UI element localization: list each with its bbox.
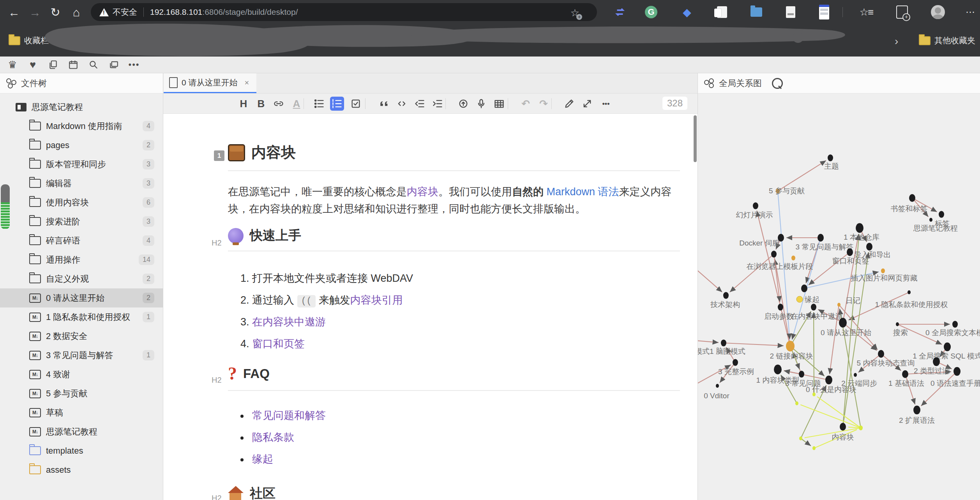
graph-node-0 语法速查手册[interactable]: [954, 367, 961, 376]
back-icon[interactable]: ←: [7, 5, 21, 19]
graph-node-2 云端同步[interactable]: [854, 373, 857, 377]
home-icon[interactable]: ⌂: [69, 5, 83, 19]
editor-content[interactable]: 1 内容块 在思源笔记中，唯一重要的核心概念是内容块。我们可以使用自然的 Mar…: [163, 114, 697, 500]
notes-extension-icon[interactable]: [817, 5, 832, 19]
graph-node-1 本地仓库[interactable]: [856, 223, 863, 233]
graph-node-导入和导出[interactable]: [866, 243, 872, 251]
link-icon[interactable]: [272, 97, 286, 111]
graph-node-5 内容块动态查询[interactable]: [878, 350, 884, 358]
other-favorites[interactable]: 其他收藏夹: [919, 35, 975, 46]
tree-item-2 数据安全[interactable]: M↓2 数据安全: [0, 327, 163, 346]
fullscreen-icon[interactable]: [580, 97, 594, 111]
address-bar[interactable]: 不安全 192.168.8.101:6806/stage/build/deskt…: [91, 3, 597, 21]
graph-node-书签和标签[interactable]: [909, 194, 915, 202]
editor-scrollbar[interactable]: [694, 115, 697, 162]
graph-node-0 请从这里开始[interactable]: [839, 318, 847, 328]
graph-node-1 基础语法[interactable]: [902, 370, 908, 378]
tree-item-assets[interactable]: assets: [0, 460, 163, 479]
collections-icon[interactable]: [895, 5, 909, 19]
tree-item-使用内容块[interactable]: 使用内容块6: [0, 193, 163, 212]
bookmark-add-icon[interactable]: ☆+: [570, 7, 585, 19]
tree-item-Markdown 使用指南[interactable]: Markdown 使用指南4: [0, 117, 163, 136]
tree-item-草稿[interactable]: M↓草稿: [0, 403, 163, 422]
crown-icon[interactable]: ♛: [7, 59, 18, 70]
loop-extension-icon[interactable]: [613, 5, 627, 19]
ref-link[interactable]: 内容块: [407, 186, 438, 198]
tree-item-3 常见问题与解答[interactable]: M↓3 常见问题与解答1: [0, 346, 163, 365]
task-list-icon[interactable]: [349, 97, 363, 111]
tree-item-templates[interactable]: templates: [0, 441, 163, 460]
graph-node-y5[interactable]: [859, 426, 863, 431]
indent-icon[interactable]: [431, 97, 445, 111]
graph-node-思源笔记教程[interactable]: [929, 218, 932, 222]
bold-icon[interactable]: B: [254, 97, 268, 111]
tree-item-5 参与贡献[interactable]: M↓5 参与贡献: [0, 384, 163, 403]
graph-node-内容块[interactable]: [840, 423, 846, 431]
upload-icon[interactable]: [456, 97, 470, 111]
graph-node-启动参数[interactable]: [778, 304, 783, 311]
graph-node-0 Vditor[interactable]: [716, 384, 719, 388]
tree-item-编辑器[interactable]: 编辑器3: [0, 174, 163, 193]
font-color-icon[interactable]: A: [290, 97, 304, 111]
graph-panel[interactable]: 主题书签和标签标签思源笔记教程5 参与贡献幻灯片演示1 本地仓库Docker 伺…: [698, 94, 980, 500]
graph-node-y4[interactable]: [812, 446, 816, 450]
mic-icon[interactable]: [474, 97, 488, 111]
diamond-extension-icon[interactable]: ◆: [680, 5, 694, 19]
graph-node-y3[interactable]: [799, 436, 802, 440]
ordered-list-icon[interactable]: [330, 97, 344, 111]
graph-node-标签[interactable]: [939, 211, 944, 218]
graph-node-y2[interactable]: [795, 401, 798, 405]
copy-icon[interactable]: [48, 59, 58, 70]
graph-node-3 常见问题[interactable]: [799, 371, 804, 378]
tree-item-思源笔记教程[interactable]: M↓思源笔记教程: [0, 422, 163, 441]
redo-icon[interactable]: ↷: [537, 97, 551, 111]
graph-node-0 全局搜索文本模式[interactable]: [952, 321, 958, 328]
favorites-list-icon[interactable]: ☆≡: [859, 5, 874, 19]
more-icon[interactable]: •••: [129, 59, 139, 70]
graph-node-1 内容块类型[interactable]: [774, 365, 782, 375]
graph-node-技术架构[interactable]: [723, 292, 729, 299]
graph-node-2 类型过滤[interactable]: [933, 357, 940, 366]
tree-item-碎言碎语[interactable]: 碎言碎语4: [0, 231, 163, 250]
quote-icon[interactable]: [377, 97, 391, 111]
graph-node-主题[interactable]: [828, 154, 833, 161]
tree-item-搜索进阶[interactable]: 搜索进阶3: [0, 212, 163, 231]
extension-overlay-widget[interactable]: [1, 184, 10, 229]
graph-node-2 扩展语法[interactable]: [913, 406, 920, 415]
graph-node-liulan_o[interactable]: [791, 256, 795, 261]
graph-node-1 隐私条款和使用授权[interactable]: [908, 290, 911, 294]
tree-item-4 致谢[interactable]: M↓4 致谢: [0, 365, 163, 384]
table-icon[interactable]: [492, 97, 506, 111]
graph-node-2 链接内容块[interactable]: [786, 341, 795, 352]
tab-active[interactable]: 0 请从这里开始 ×: [164, 73, 256, 93]
tree-item-0 请从这里开始[interactable]: M↓0 请从这里开始2: [0, 288, 163, 307]
ref-link[interactable]: 隐私条款: [252, 431, 294, 443]
warning-icon[interactable]: [99, 8, 109, 16]
tree-item-思源笔记教程[interactable]: 思源笔记教程: [0, 97, 163, 117]
bullet-list-icon[interactable]: [312, 97, 326, 111]
graph-node-缘起[interactable]: [801, 284, 807, 292]
graph-node-插入图片和网页剪藏[interactable]: [881, 269, 885, 274]
forward-icon[interactable]: →: [28, 5, 42, 19]
graph-node-搜索[interactable]: [896, 322, 899, 326]
document-extension-icon[interactable]: [783, 5, 798, 19]
graph-node-在内容块中遨游[interactable]: [811, 304, 816, 311]
ref-link[interactable]: 常见问题和解答: [252, 410, 326, 421]
refresh-icon[interactable]: ↻: [48, 5, 62, 19]
ref-link[interactable]: 窗口和页签: [252, 338, 305, 350]
tree-item-pages[interactable]: pages2: [0, 136, 163, 155]
outdent-icon[interactable]: [413, 97, 427, 111]
graph-node-0 什么是内容块[interactable]: [825, 376, 832, 385]
grammarly-icon[interactable]: G: [644, 5, 659, 19]
graph-node-1 全局搜索 SQL 模式[interactable]: [944, 343, 951, 352]
ref-link[interactable]: 内容块引用: [350, 294, 403, 306]
profile-avatar[interactable]: [931, 5, 945, 19]
more-icon[interactable]: •••: [599, 97, 613, 111]
graph-node-日记[interactable]: [837, 303, 841, 307]
pages-extension-icon[interactable]: [715, 5, 729, 19]
graph-node-在浏览器上模板片段[interactable]: [771, 251, 777, 258]
folder-extension-icon[interactable]: [749, 5, 764, 19]
graph-node-3 完整示例[interactable]: [733, 359, 738, 366]
windows-icon[interactable]: [108, 59, 119, 70]
graph-search-icon[interactable]: [772, 78, 783, 89]
